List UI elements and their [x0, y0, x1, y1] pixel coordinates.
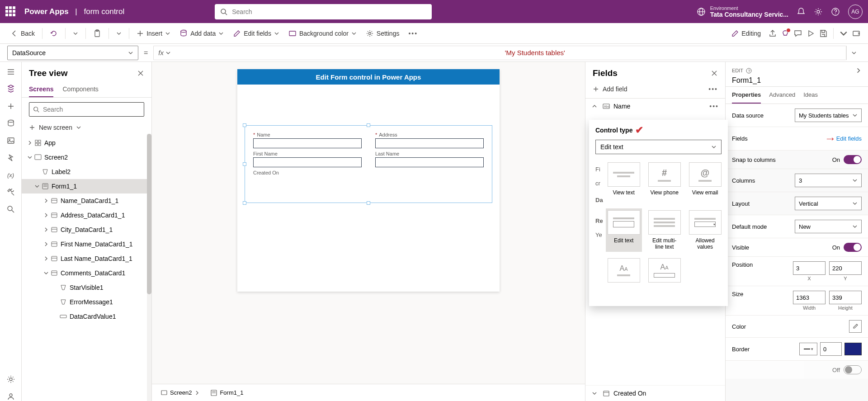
more-icon[interactable]: ••• — [709, 103, 719, 110]
share-icon[interactable] — [768, 29, 777, 38]
comments-icon[interactable] — [793, 29, 802, 38]
variables-rail-icon[interactable]: (x) — [6, 170, 15, 179]
default-mode-select[interactable]: New — [795, 220, 862, 233]
snap-toggle[interactable] — [844, 155, 862, 164]
tab-ideas[interactable]: Ideas — [803, 87, 818, 104]
settings-icon[interactable] — [814, 7, 823, 16]
close-icon[interactable] — [137, 70, 144, 77]
bg-color-button[interactable]: Background color — [285, 27, 360, 40]
control-type-select[interactable]: Edit text — [595, 140, 722, 154]
notifications-icon[interactable] — [797, 7, 806, 16]
edit-fields-button[interactable]: Edit fields — [229, 27, 283, 40]
tree-node[interactable]: Name_DataCard1_1 — [22, 193, 151, 208]
scrollbar-thumb[interactable] — [147, 134, 151, 294]
tile-allowed-values[interactable]: ▾Allowed values — [687, 208, 723, 252]
app-stage[interactable]: Edit Form control in Power Apps *Name *A… — [237, 69, 500, 292]
ask-rail-icon[interactable] — [6, 392, 15, 401]
insert-rail-icon[interactable] — [6, 102, 15, 111]
tree-node[interactable]: App — [22, 136, 151, 150]
tree-node[interactable]: Comments_DataCard1 — [22, 266, 151, 280]
tile-view-phone[interactable]: #View phone — [646, 160, 683, 204]
form-input-address[interactable] — [375, 138, 484, 148]
tile-edit-text[interactable]: Edit text — [606, 208, 642, 252]
field-row-name[interactable]: Abc Name ••• — [585, 98, 725, 114]
info-icon[interactable]: ? — [746, 68, 752, 74]
search-rail-icon[interactable] — [6, 205, 15, 214]
paste-dropdown[interactable] — [113, 28, 125, 39]
undo-dropdown[interactable] — [69, 28, 82, 39]
color-picker-button[interactable] — [849, 320, 862, 333]
pos-y-input[interactable] — [829, 261, 862, 275]
layout-select[interactable]: Vertical — [795, 197, 862, 210]
visible-toggle[interactable] — [844, 243, 862, 252]
help-icon[interactable] — [831, 7, 840, 16]
chevron-down-icon[interactable] — [165, 50, 171, 56]
tree-node[interactable]: Form1_1 — [22, 179, 151, 193]
settings-rail-icon[interactable] — [6, 375, 15, 384]
tab-screens[interactable]: Screens — [29, 82, 53, 97]
form-selection[interactable]: *Name *Address First Name Last Name Crea… — [245, 125, 492, 203]
play-icon[interactable] — [806, 29, 815, 38]
publish-icon[interactable] — [852, 29, 861, 38]
expand-formula-button[interactable] — [846, 46, 861, 60]
user-avatar[interactable]: AG — [848, 5, 863, 19]
width-input[interactable] — [793, 291, 826, 304]
tree-view-icon[interactable] — [6, 85, 15, 94]
settings-button[interactable]: Settings — [362, 27, 403, 40]
tile-edit-multiline[interactable]: Edit multi-line text — [646, 208, 683, 252]
tile-view-email[interactable]: @View email — [687, 160, 723, 204]
insert-button[interactable]: Insert — [133, 27, 174, 40]
crumb-screen[interactable]: Screen2 — [157, 387, 203, 398]
media-rail-icon[interactable] — [6, 136, 15, 145]
tile-view-text[interactable]: View text — [606, 160, 642, 204]
field-row-created-on[interactable]: Created On — [585, 385, 725, 401]
tree-node[interactable]: Label2 — [22, 165, 151, 179]
more-button[interactable]: ••• — [405, 27, 421, 40]
data-source-select[interactable]: My Students tables — [795, 109, 862, 122]
undo-button[interactable] — [46, 27, 61, 40]
tree-node[interactable]: DataCardValue1 — [22, 309, 151, 324]
add-field-button[interactable]: Add field ••• — [585, 83, 725, 98]
automate-rail-icon[interactable] — [6, 153, 15, 162]
height-input[interactable] — [829, 291, 862, 304]
resize-handle[interactable] — [243, 123, 246, 127]
tab-components[interactable]: Components — [62, 82, 98, 97]
chevron-right-icon[interactable] — [855, 67, 862, 74]
tools-rail-icon[interactable] — [6, 188, 15, 197]
data-rail-icon[interactable] — [6, 119, 15, 128]
resize-handle[interactable] — [243, 162, 246, 166]
tree-search[interactable] — [29, 102, 144, 117]
checker-icon[interactable] — [781, 29, 790, 38]
waffle-icon[interactable] — [5, 6, 16, 17]
more-icon[interactable]: ••• — [708, 85, 718, 93]
editing-mode-button[interactable]: Editing — [728, 27, 764, 40]
save-dropdown-icon[interactable] — [839, 29, 848, 38]
edit-fields-link[interactable]: →Edit fields — [825, 132, 862, 146]
resize-handle[interactable] — [367, 123, 370, 127]
global-search[interactable] — [215, 4, 432, 19]
crumb-form[interactable]: Form1_1 — [207, 387, 247, 398]
form-input-firstname[interactable] — [253, 157, 362, 167]
form-input-lastname[interactable] — [375, 157, 484, 167]
back-button[interactable]: Back — [7, 27, 38, 40]
new-screen-button[interactable]: New screen — [22, 121, 151, 134]
search-input[interactable] — [232, 8, 426, 15]
tree-node[interactable]: ErrorMessage1 — [22, 295, 151, 309]
tab-properties[interactable]: Properties — [732, 87, 761, 104]
environment-picker[interactable]: Environment Tata Consultancy Servic... — [697, 5, 788, 18]
off-toggle[interactable] — [844, 365, 862, 374]
border-width-input[interactable] — [820, 342, 842, 356]
add-data-button[interactable]: Add data — [176, 27, 227, 40]
tab-advanced[interactable]: Advanced — [769, 87, 795, 104]
save-icon[interactable] — [819, 29, 828, 38]
tree-node[interactable]: First Name_DataCard1_1 — [22, 237, 151, 251]
tree-node[interactable]: Last Name_DataCard1_1 — [22, 251, 151, 266]
tile-font-1[interactable]: AA — [606, 256, 642, 300]
formula-input[interactable]: 'My Students tables' — [500, 46, 846, 60]
resize-handle[interactable] — [243, 201, 246, 205]
tree-node[interactable]: Address_DataCard1_1 — [22, 208, 151, 222]
resize-handle[interactable] — [367, 201, 370, 205]
columns-select[interactable]: 3 — [795, 174, 862, 187]
hamburger-icon[interactable] — [6, 67, 15, 76]
pos-x-input[interactable] — [793, 261, 826, 275]
